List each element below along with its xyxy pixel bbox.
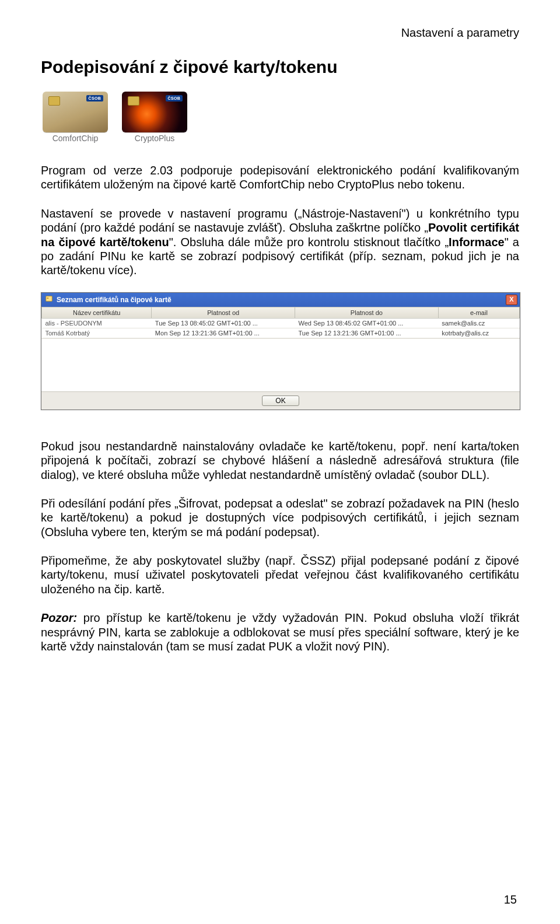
csob-badge: ČSOB: [86, 95, 103, 102]
paragraph-6: Pozor: pro přístup ke kartě/tokenu je vž…: [41, 611, 519, 653]
comfortchip-image: ČSOB: [43, 92, 108, 132]
dialog-titlebar: Seznam certifikátů na čipové kartě X: [41, 293, 520, 307]
cell-from: Mon Sep 12 13:21:36 GMT+01:00 ...: [152, 328, 295, 338]
certificate-dialog: Seznam certifikátů na čipové kartě X Náz…: [41, 292, 520, 410]
col-valid-to[interactable]: Platnost do: [295, 307, 439, 318]
page-number: 15: [504, 893, 517, 907]
paragraph-1: Program od verze 2.03 podporuje podepiso…: [41, 163, 519, 192]
paragraph-2: Nastavení se provede v nastavení program…: [41, 206, 519, 278]
page-header: Nastavení a parametry: [41, 26, 519, 40]
p2-part-b: ". Obsluha dále může pro kontrolu stiskn…: [169, 236, 449, 249]
cell-to: Wed Sep 13 08:45:02 GMT+01:00 ...: [295, 318, 439, 328]
svg-rect-0: [46, 296, 52, 302]
cell-name: alis - PSEUDONYM: [42, 318, 152, 328]
dialog-close-button[interactable]: X: [506, 295, 517, 305]
chip-icon: [48, 96, 60, 106]
certificate-table: Název certifikátu Platnost od Platnost d…: [41, 307, 520, 338]
cell-email: kotrbaty@alis.cz: [438, 328, 519, 338]
p6-body: pro přístup ke kartě/tokenu je vždy vyža…: [41, 611, 519, 653]
paragraph-5: Připomeňme, že aby poskytovatel služby (…: [41, 554, 519, 596]
col-email[interactable]: e-mail: [438, 307, 519, 318]
cryptoplus-label: CryptoPlus: [120, 134, 189, 143]
dialog-empty-area: [41, 338, 520, 391]
ok-button[interactable]: OK: [262, 396, 299, 406]
paragraph-3: Pokud jsou nestandardně nainstalovány ov…: [41, 439, 519, 482]
csob-badge: ČSOB: [166, 95, 183, 102]
dialog-title-text: Seznam certifikátů na čipové kartě: [57, 296, 172, 304]
card-comfortchip: ČSOB ComfortChip: [41, 92, 110, 143]
col-name[interactable]: Název certifikátu: [42, 307, 152, 318]
cell-name: Tomáš Kotrbatý: [42, 328, 152, 338]
cell-from: Tue Sep 13 08:45:02 GMT+01:00 ...: [152, 318, 295, 328]
comfortchip-label: ComfortChip: [41, 134, 110, 143]
table-header-row: Název certifikátu Platnost od Platnost d…: [42, 307, 520, 318]
table-row[interactable]: alis - PSEUDONYM Tue Sep 13 08:45:02 GMT…: [42, 318, 520, 328]
certificate-icon: [45, 295, 53, 304]
table-row[interactable]: Tomáš Kotrbatý Mon Sep 12 13:21:36 GMT+0…: [42, 328, 520, 338]
cryptoplus-image: ČSOB: [122, 92, 187, 132]
section-title: Podepisování z čipové karty/tokenu: [41, 57, 519, 77]
col-valid-from[interactable]: Platnost od: [152, 307, 295, 318]
svg-rect-1: [47, 298, 49, 299]
p2-bold-2: Informace: [449, 236, 505, 249]
card-cryptoplus: ČSOB CryptoPlus: [120, 92, 189, 143]
paragraph-4: Při odesílání podání přes „Šifrovat, pod…: [41, 496, 519, 539]
dialog-footer: OK: [41, 391, 520, 410]
card-thumbnails: ČSOB ComfortChip ČSOB CryptoPlus: [41, 92, 519, 143]
cell-to: Tue Sep 12 13:21:36 GMT+01:00 ...: [295, 328, 439, 338]
cell-email: samek@alis.cz: [438, 318, 519, 328]
chip-icon: [128, 96, 139, 106]
p6-warn-label: Pozor:: [41, 611, 77, 624]
